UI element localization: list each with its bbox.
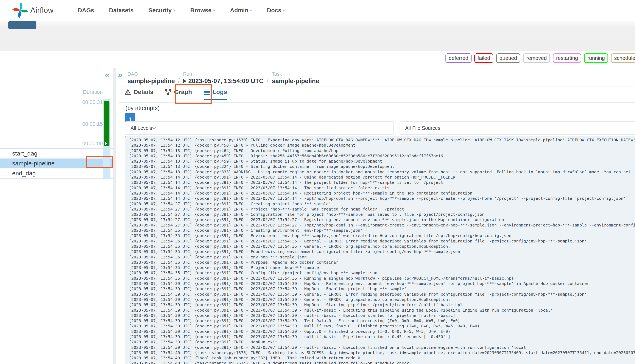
log-line: [2023-05-07, 13:54:35 UTC] {docker.py:39… <box>129 254 635 260</box>
log-line: [2023-05-07, 13:54:27 UTC] {docker.py:39… <box>129 201 635 206</box>
log-line: [2023-05-07, 13:54:35 UTC] {docker.py:39… <box>129 233 635 238</box>
log-line: [2023-05-07, 13:54:14 UTC] {docker.py:39… <box>129 185 635 190</box>
log-line: [2023-05-07, 13:54:39 UTC] {docker.py:39… <box>129 302 635 308</box>
run-type-play-icon <box>183 79 186 83</box>
top-navbar: Airflow DAGs Datasets Security ▾ <box>0 0 635 21</box>
tab-details-label: Details <box>134 88 153 96</box>
duration-tick: 00:00:31 <box>82 99 103 105</box>
log-line: [2023-05-07, 13:54:35 UTC] {docker.py:39… <box>129 249 635 254</box>
run-play-icon <box>105 142 108 145</box>
status-badge[interactable]: restarting <box>553 54 581 63</box>
log-lines: [2023-05-07, 13:54:12 UTC] {taskinstance… <box>125 136 635 364</box>
log-line: [2023-05-07, 13:54:39 UTC] {docker.py:39… <box>129 339 635 344</box>
chevron-down-icon: ▾ <box>250 8 252 13</box>
brand-name: Airflow <box>30 6 54 14</box>
breadcrumb-task-label: Task <box>272 71 319 77</box>
file-sources-select[interactable]: All File Sources <box>399 121 635 135</box>
graph-icon <box>165 89 172 95</box>
collapse-panel-icon[interactable]: « <box>105 70 110 80</box>
log-line: [2023-05-07, 13:54:39 UTC] {docker.py:39… <box>129 345 635 350</box>
duration-axis-label: Duration <box>83 89 103 95</box>
breadcrumb-task: Task sample-pipeline <box>272 71 319 85</box>
chevron-down-icon: ▾ <box>283 8 285 13</box>
nav-menu-item-label: Docs <box>267 7 281 14</box>
nav-menu-item[interactable]: Browse ▾ <box>190 7 215 14</box>
log-line: [2023-05-07, 13:54:13 UTC] {docker.py:33… <box>129 169 635 174</box>
nav-menu-item-label: Admin <box>230 7 248 14</box>
log-line: [2023-05-07, 13:54:40 UTC] {local_task_j… <box>129 355 635 360</box>
grid-separator <box>0 178 113 178</box>
log-line: [2023-05-07, 13:54:39 UTC] {docker.py:39… <box>129 286 635 292</box>
log-line: [2023-05-07, 13:54:13 UTC] {docker.py:45… <box>129 158 635 164</box>
log-line: [2023-05-07, 13:54:39 UTC] {docker.py:39… <box>129 308 635 313</box>
log-output-box[interactable]: [2023-05-07, 13:54:12 UTC] {taskinstance… <box>125 136 635 364</box>
nav-menu: DAGs Datasets Security ▾ Browse ▾ <box>78 7 285 14</box>
log-line: [2023-05-07, 13:54:39 UTC] {docker.py:39… <box>129 281 635 286</box>
nav-menu-item[interactable]: Docs ▾ <box>267 7 285 14</box>
breadcrumb-dag-value[interactable]: sample-pipeline <box>128 78 175 85</box>
airflow-brand[interactable]: Airflow <box>12 2 54 18</box>
nav-menu-item-label: DAGs <box>78 7 94 14</box>
log-line: [2023-05-07, 13:54:39 UTC] {docker.py:39… <box>129 313 635 318</box>
task-row[interactable]: end_dag <box>0 168 113 178</box>
run-duration-bar[interactable] <box>104 101 110 146</box>
log-levels-select[interactable]: All Levels <box>125 121 394 135</box>
log-line: [2023-05-07, 13:54:12 UTC] {taskinstance… <box>129 137 635 142</box>
grid-view-button[interactable] <box>8 21 37 29</box>
log-line: [2023-05-07, 13:54:14 UTC] {docker.py:39… <box>129 180 635 185</box>
annotation-rectangle-task <box>86 156 113 168</box>
by-attempts-label: (by attempts) <box>125 105 160 112</box>
log-line: [2023-05-07, 13:54:27 UTC] {docker.py:39… <box>129 222 635 228</box>
log-line: [2023-05-07, 13:54:35 UTC] {docker.py:39… <box>129 276 635 281</box>
breadcrumb-run: Run 2023-05-07, 13:54:09 UTC <box>183 71 264 85</box>
nav-menu-item[interactable]: Security ▾ <box>149 7 175 14</box>
breadcrumb-task-value[interactable]: sample-pipeline <box>272 78 319 85</box>
airflow-pinwheel-icon <box>12 2 28 18</box>
log-line: [2023-05-07, 13:54:27 UTC] {docker.py:39… <box>129 206 635 212</box>
duration-tick: 00:00:15 <box>82 121 103 127</box>
nav-menu-item[interactable]: Admin ▾ <box>230 7 252 14</box>
breadcrumb-separator: / <box>267 77 269 85</box>
tab-details[interactable]: Details <box>125 88 153 100</box>
nav-menu-item-label: Datasets <box>109 7 134 14</box>
run-state-legend: deferred failed queued removed restartin… <box>445 54 635 63</box>
log-line: [2023-05-07, 13:54:39 UTC] {docker.py:39… <box>129 334 635 339</box>
details-icon <box>125 89 131 95</box>
nav-menu-item[interactable]: Datasets <box>109 7 134 14</box>
log-line: [2023-05-07, 13:54:13 UTC] {docker.py:45… <box>129 153 635 158</box>
chevron-down-icon <box>152 127 157 130</box>
breadcrumb-run-value[interactable]: 2023-05-07, 13:54:09 UTC <box>183 78 264 85</box>
task-name: sample-pipeline <box>12 160 55 167</box>
log-line: [2023-05-07, 13:54:27 UTC] {docker.py:39… <box>129 212 635 217</box>
breadcrumb-run-text: 2023-05-07, 13:54:09 UTC <box>188 78 264 85</box>
breadcrumb-separator: / <box>178 77 180 85</box>
nav-menu-item[interactable]: DAGs <box>78 7 94 14</box>
status-badge[interactable]: scheduled <box>611 54 635 63</box>
breadcrumb: DAG sample-pipeline / Run 2023-05-07, 13… <box>128 71 319 85</box>
log-line: [2023-05-07, 13:54:35 UTC] {docker.py:39… <box>129 238 635 244</box>
expand-panel-icon[interactable]: » <box>118 70 122 80</box>
duration-tick: 00:00:00 <box>82 140 103 146</box>
log-line: [2023-05-07, 13:54:14 UTC] {docker.py:39… <box>129 174 635 180</box>
log-line: [2023-05-07, 13:54:35 UTC] {docker.py:39… <box>129 228 635 233</box>
status-badge[interactable]: removed <box>523 54 550 63</box>
task-name: start_dag <box>12 150 38 157</box>
file-sources-value: All File Sources <box>405 125 440 131</box>
status-badge[interactable]: running <box>584 54 608 63</box>
status-badge[interactable]: queued <box>496 54 520 63</box>
log-line: [2023-05-07, 13:54:39 UTC] {docker.py:39… <box>129 323 635 328</box>
log-line: [2023-05-07, 13:54:35 UTC] {docker.py:39… <box>129 270 635 276</box>
log-line: [2023-05-07, 13:54:40 UTC] {taskinstance… <box>129 350 635 355</box>
status-badge[interactable]: failed <box>474 54 493 63</box>
filter-band <box>0 21 635 51</box>
annotation-rectangle-logs-tab <box>175 84 212 104</box>
log-line: [2023-05-07, 13:54:35 UTC] {docker.py:39… <box>129 265 635 270</box>
log-line: [2023-05-07, 13:54:13 UTC] {docker.py:32… <box>129 164 635 169</box>
breadcrumb-dag: DAG sample-pipeline <box>128 71 175 85</box>
log-line: [2023-05-07, 13:54:39 UTC] {docker.py:39… <box>129 297 635 302</box>
breadcrumb-run-label: Run <box>183 71 264 77</box>
status-badge[interactable]: deferred <box>445 54 471 63</box>
tab-logs-label: Logs <box>213 88 227 96</box>
panel-divider[interactable] <box>113 68 116 364</box>
log-line: [2023-05-07, 13:54:39 UTC] {docker.py:39… <box>129 329 635 334</box>
